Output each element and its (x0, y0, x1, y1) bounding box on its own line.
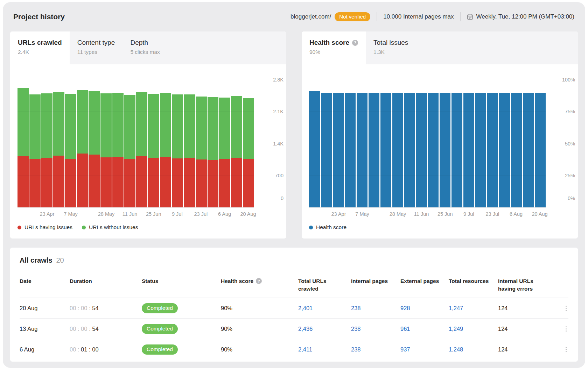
row-actions-kebab-icon[interactable] (564, 324, 569, 334)
bar[interactable] (243, 80, 254, 207)
column-header-label: Total URLs crawled (298, 277, 344, 292)
total-resources-link[interactable]: 1,249 (449, 326, 463, 332)
bar[interactable] (357, 80, 368, 207)
health-chart-legend: Health score (302, 218, 578, 239)
total-urls-crawled-link[interactable]: 2,411 (298, 346, 312, 353)
tab-health-score[interactable]: Health score?90% (302, 31, 366, 64)
bar[interactable] (53, 80, 64, 207)
bar[interactable] (321, 80, 332, 207)
internal-pages-link[interactable]: 238 (351, 305, 361, 311)
bar[interactable] (463, 80, 474, 207)
urls-having-issues-segment (160, 157, 171, 207)
bar[interactable] (172, 80, 183, 207)
x-axis-label: 11 Jun (414, 211, 429, 217)
bar[interactable] (392, 80, 403, 207)
bar[interactable] (451, 80, 462, 207)
tab-content-type[interactable]: Content type11 types (70, 31, 123, 64)
bar[interactable] (511, 80, 522, 207)
bar[interactable] (160, 80, 171, 207)
internal-pages-link[interactable]: 238 (351, 346, 361, 353)
column-header-label: Status (142, 277, 158, 285)
crawl-schedule: Weekly, Tue, 12:00 PM (GMT+03:00) (476, 13, 574, 20)
urls-without-issues-segment (53, 92, 64, 156)
column-header-label: Internal URLs having errors (498, 277, 544, 292)
bar[interactable] (124, 80, 135, 207)
kebab-dot (566, 347, 567, 348)
urls-having-issues-segment (184, 158, 195, 207)
bar[interactable] (112, 80, 124, 207)
bar[interactable] (148, 80, 159, 207)
y-axis-label: 700 (258, 173, 284, 178)
bar[interactable] (184, 80, 195, 207)
tab-urls-crawled[interactable]: URLs crawled2.4K (10, 31, 70, 64)
gridline (18, 207, 254, 208)
tab-total-issues[interactable]: Total issues1.3K (366, 31, 416, 64)
bar[interactable] (428, 80, 439, 207)
bar[interactable] (231, 80, 242, 207)
duration-value: 01 : 00 (81, 346, 98, 353)
bar[interactable] (219, 80, 230, 207)
bar[interactable] (333, 80, 344, 207)
bar[interactable] (523, 80, 534, 207)
bar[interactable] (416, 80, 427, 207)
bar[interactable] (345, 80, 356, 207)
total-urls-crawled-link[interactable]: 2,436 (298, 326, 313, 332)
row-actions-kebab-icon[interactable] (564, 304, 569, 313)
urls-having-issues-segment (124, 159, 135, 207)
status-badge: Completed (142, 303, 178, 313)
x-axis-label: 9 Jul (463, 211, 474, 217)
tab-label-text: Content type (77, 39, 115, 47)
legend-item-urls-without-issues: URLs without issues (82, 224, 138, 230)
health-score-segment (511, 93, 522, 208)
bar[interactable] (77, 80, 88, 207)
bar[interactable] (100, 80, 112, 207)
urls-chart-legend: URLs having issuesURLs without issues (10, 218, 286, 239)
internal-pages-link-cell: 238 (351, 346, 398, 353)
bar[interactable] (18, 80, 29, 207)
bar[interactable] (65, 80, 76, 207)
x-axis-label: 23 Apr (331, 211, 346, 217)
bar[interactable] (29, 80, 41, 207)
bar[interactable] (475, 80, 486, 207)
urls-having-issues-segment (100, 157, 112, 207)
tab-value: 90% (309, 49, 358, 55)
row-actions-kebab-icon[interactable] (564, 345, 569, 355)
crawl-date: 6 Aug (20, 346, 68, 353)
legend-label: URLs without issues (89, 224, 138, 230)
internal-urls-having-errors: 124 (498, 326, 552, 332)
bar[interactable] (196, 80, 207, 207)
bar[interactable] (208, 80, 219, 207)
bar[interactable] (369, 80, 379, 207)
total-resources-link[interactable]: 1,248 (449, 346, 463, 353)
bar[interactable] (309, 80, 320, 207)
urls-having-issues-segment (41, 158, 52, 207)
bar[interactable] (535, 80, 546, 207)
bar[interactable] (487, 80, 498, 207)
help-icon[interactable]: ? (352, 40, 358, 46)
internal-pages-link[interactable]: 238 (351, 326, 361, 332)
health-score-segment (380, 93, 391, 208)
total-urls-crawled-link[interactable]: 2,401 (298, 305, 313, 311)
external-pages-link[interactable]: 928 (400, 305, 410, 311)
bar[interactable] (136, 80, 147, 207)
x-axis-label: 7 May (355, 211, 369, 217)
bar[interactable] (89, 80, 100, 207)
bar[interactable] (404, 80, 415, 207)
column-header-label: External pages (400, 277, 439, 285)
help-icon[interactable]: ? (256, 278, 262, 284)
total-resources-link[interactable]: 1,247 (449, 305, 463, 311)
urls-without-issues-segment (77, 90, 88, 154)
urls-crawled-card: URLs crawled2.4KContent type11 typesDept… (10, 31, 286, 239)
bar[interactable] (499, 80, 510, 207)
urls-without-issues-segment (219, 98, 230, 159)
external-pages-link[interactable]: 961 (400, 326, 410, 332)
y-axis-label: 1.4K (258, 141, 284, 147)
x-axis-label: 23 Apr (40, 211, 55, 217)
urls-having-issues-segment (77, 154, 88, 207)
urls-without-issues-segment (89, 91, 100, 155)
bar[interactable] (41, 80, 52, 207)
external-pages-link[interactable]: 937 (400, 346, 410, 353)
bar[interactable] (440, 80, 450, 207)
tab-depth[interactable]: Depth5 clicks max (122, 31, 167, 64)
bar[interactable] (380, 80, 391, 207)
